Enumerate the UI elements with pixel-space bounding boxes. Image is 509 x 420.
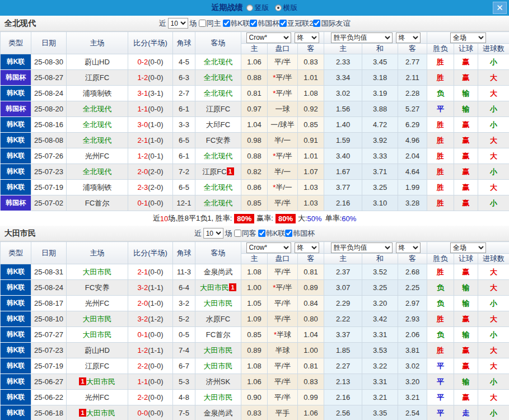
sub-goals: 进球数	[478, 254, 509, 264]
league-filter-checkbox[interactable]: 韩国杯	[250, 18, 279, 29]
result-wdl-cell: 胜	[427, 117, 454, 133]
score-cell: 1-2(1-1)	[128, 343, 173, 358]
handicap-cell: 平/半	[268, 311, 298, 327]
result-wdl-cell: 胜	[427, 311, 454, 327]
radio-unchecked-icon[interactable]	[246, 4, 253, 11]
mean-draw-cell: 4.72	[362, 117, 398, 133]
result-goals-cell: 大	[478, 264, 509, 280]
radio-checked-icon[interactable]	[275, 4, 282, 11]
home-team-cell: 全北现代	[67, 101, 128, 117]
score-cell: 0-1(0-0)	[128, 195, 173, 211]
col-away: 客场	[195, 242, 241, 264]
mean-away-cell: 4.96	[398, 133, 427, 148]
recent-count-select[interactable]: 10	[203, 228, 223, 239]
sub-mean-away: 客	[398, 254, 427, 264]
scope-select[interactable]: 全场	[450, 242, 486, 253]
mean-draw-cell: 3.21	[362, 390, 398, 405]
home-team-cell: 大田市民	[67, 264, 128, 280]
league-filter-checkbox[interactable]: 国际友谊	[313, 18, 350, 29]
odds-home-cell: 1.09	[241, 311, 268, 327]
date-cell: 25-08-24	[31, 280, 67, 296]
team-name: 全北现代	[0, 18, 36, 29]
col-type: 类型	[1, 32, 31, 54]
handicap-cell: 平/半	[268, 264, 298, 280]
bookmaker-select[interactable]: Crow*	[246, 242, 291, 253]
result-handicap-cell: 输	[454, 101, 478, 117]
mean-draw-cell: 3.19	[362, 86, 398, 101]
team-label: 大田市民	[204, 362, 233, 370]
layout-radio-竖版[interactable]: 竖版	[246, 3, 269, 13]
match-row: 韩K联25-08-17光州FC2-0(1-0)3-2大田市民1.05平/半0.8…	[1, 296, 509, 311]
result-wdl-cell: 平	[427, 374, 454, 390]
mean-home-cell: 2.16	[324, 390, 362, 405]
mean-stage-select[interactable]: 终	[396, 242, 421, 253]
league-filter-input[interactable]	[279, 20, 287, 27]
mean-select[interactable]: 胜平负均值	[331, 242, 393, 253]
corner-cell: 3-2	[173, 296, 195, 311]
away-team-cell: 全北现代	[195, 86, 241, 101]
league-badge: 韩K联	[1, 264, 31, 280]
team-label: 大邱FC	[206, 120, 230, 129]
league-filter-checkbox[interactable]: 韩国杯	[285, 228, 315, 239]
date-cell: 25-07-27	[31, 327, 67, 343]
mean-stage-select[interactable]: 终	[396, 32, 421, 43]
same-venue-input[interactable]	[234, 230, 241, 237]
mean-home-cell: 2.27	[324, 358, 362, 374]
team-label: 济州SK	[206, 377, 230, 386]
league-filter-input[interactable]	[250, 20, 257, 27]
league-badge: 韩K联	[1, 390, 31, 405]
home-team-cell: FC安养	[67, 280, 128, 296]
recent-count-select[interactable]: 10	[168, 18, 188, 29]
odds-away-cell: 0.89	[298, 280, 324, 296]
league-badge: 韩K联	[1, 148, 31, 164]
recent-results-window: 近期战绩 竖版横版 ✕ 全北现代 近 10 场 同主 韩K联韩国杯亚冠联2国际友…	[0, 0, 509, 420]
away-team-cell: 金泉尚武	[195, 264, 241, 280]
scope-select[interactable]: 全场	[450, 32, 486, 43]
bookmaker-select[interactable]: Crow*	[246, 32, 291, 43]
home-team-cell: 1大田市民	[67, 405, 128, 420]
result-handicap-cell: 赢	[454, 54, 478, 70]
handicap-cell: 平手	[268, 405, 298, 420]
league-filter-checkbox[interactable]: 韩K联	[258, 228, 286, 239]
close-button[interactable]: ✕	[493, 2, 507, 14]
result-handicap-cell: 赢	[454, 164, 478, 180]
away-team-cell: 全北现代	[195, 180, 241, 195]
mean-select[interactable]: 胜平负均值	[331, 32, 393, 43]
league-filter-input[interactable]	[285, 230, 292, 237]
date-cell: 25-07-02	[31, 195, 67, 211]
odds-home-cell: 0.85	[241, 195, 268, 211]
away-team-cell: 水原FC	[195, 311, 241, 327]
result-handicap-cell: 走	[454, 405, 478, 420]
result-goals-cell: 小	[478, 164, 509, 180]
match-row: 韩国杯25-08-27江原FC1-2(0-0)6-3全北现代0.88*平/半1.…	[1, 70, 509, 86]
league-filter-input[interactable]	[313, 20, 320, 27]
col-home: 主场	[67, 242, 128, 264]
result-handicap-cell: 赢	[454, 148, 478, 164]
score-cell: 1-2(0-0)	[128, 70, 173, 86]
odds-stage-select[interactable]: 终	[295, 32, 319, 43]
same-venue-checkbox[interactable]: 同主	[199, 18, 221, 29]
home-team-cell: 大田市民	[67, 311, 128, 327]
league-badge: 韩K联	[1, 180, 31, 195]
same-venue-input[interactable]	[199, 20, 206, 27]
same-venue-checkbox[interactable]: 同客	[234, 228, 256, 239]
result-handicap-cell: 赢	[454, 358, 478, 374]
result-handicap-cell: 赢	[454, 117, 478, 133]
scope-dropdown-cell: 全场	[427, 32, 509, 44]
mean-home-cell: 2.33	[324, 54, 362, 70]
mean-home-cell: 3.34	[324, 70, 362, 86]
league-filter-input[interactable]	[223, 20, 230, 27]
league-filter-checkbox[interactable]: 韩K联	[223, 18, 250, 29]
league-filter-input[interactable]	[258, 230, 265, 237]
date-cell: 25-08-27	[31, 70, 67, 86]
odds-stage-select[interactable]: 终	[295, 242, 319, 253]
mean-home-cell: 1.59	[324, 133, 362, 148]
handicap-cell: 半/一	[268, 133, 298, 148]
sub-wdl: 胜负	[427, 254, 454, 264]
result-goals-cell: 大	[478, 133, 509, 148]
league-filter-checkbox[interactable]: 亚冠联2	[279, 18, 313, 29]
filter-bar: 近 10 场 同客 韩K联韩国杯	[194, 228, 315, 239]
layout-radio-横版[interactable]: 横版	[275, 3, 298, 13]
result-wdl-cell: 胜	[427, 164, 454, 180]
league-badge: 韩K联	[1, 296, 31, 311]
